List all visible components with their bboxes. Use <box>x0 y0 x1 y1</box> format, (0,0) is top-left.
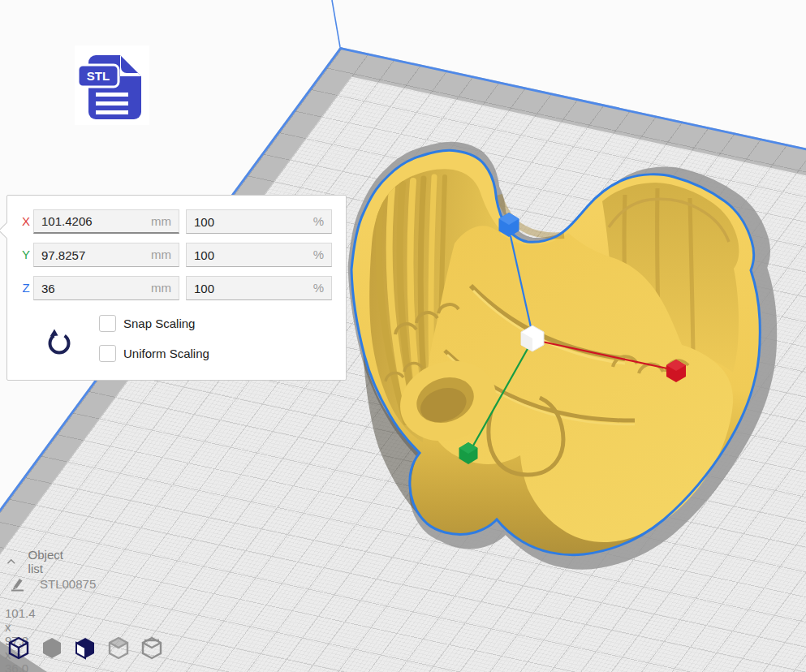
dont-support-overlaps-icon[interactable] <box>107 635 130 660</box>
stl-badge-label: STL <box>87 69 110 83</box>
reset-icon <box>45 328 74 357</box>
x-axis-label: X <box>19 209 33 234</box>
normal-model-icon[interactable] <box>7 635 30 660</box>
uniform-scaling-label: Uniform Scaling <box>123 347 209 360</box>
print-as-support-icon[interactable] <box>41 635 63 660</box>
y-axis-label: Y <box>19 243 33 267</box>
mesh-type-toolbar <box>7 635 163 660</box>
object-name: STL00875 <box>40 577 96 591</box>
y-percent-field-wrap: % <box>186 243 332 267</box>
snap-scaling-label: Snap Scaling <box>123 317 195 330</box>
stl-file-icon: STL <box>75 45 149 125</box>
object-list-header[interactable]: Object list <box>6 548 67 575</box>
modify-settings-overlaps-icon[interactable] <box>74 635 97 660</box>
object-list-item[interactable]: STL00875 <box>10 575 96 592</box>
cura-viewport: STL X mm % Y mm % Z mm <box>0 0 806 672</box>
plate-z-axis-line <box>332 0 340 47</box>
z-percent-input[interactable] <box>186 276 332 300</box>
y-percent-input[interactable] <box>186 243 332 267</box>
chevron-up-icon <box>6 558 16 566</box>
uniform-scaling-checkbox[interactable] <box>99 345 116 362</box>
x-percent-field-wrap: % <box>186 209 332 234</box>
uniform-scaling-row: Uniform Scaling <box>99 345 209 362</box>
z-size-field-wrap: mm <box>33 276 179 300</box>
snap-scaling-checkbox[interactable] <box>99 315 116 332</box>
reset-scale-button[interactable] <box>45 328 74 357</box>
stl-file-thumbnail: STL <box>75 45 149 125</box>
scale-tool-panel: X mm % Y mm % Z mm % <box>6 195 347 381</box>
y-size-input[interactable] <box>33 243 179 267</box>
x-size-input[interactable] <box>33 209 179 234</box>
x-size-field-wrap: mm <box>33 209 179 234</box>
object-list-title: Object list <box>28 548 67 575</box>
anti-overhang-icon[interactable] <box>140 635 163 660</box>
snap-scaling-row: Snap Scaling <box>99 315 195 332</box>
z-axis-label: Z <box>19 276 33 300</box>
y-size-field-wrap: mm <box>33 243 179 267</box>
pencil-icon <box>10 575 26 592</box>
z-size-input[interactable] <box>33 276 179 300</box>
x-percent-input[interactable] <box>186 209 332 234</box>
z-percent-field-wrap: % <box>186 276 332 300</box>
